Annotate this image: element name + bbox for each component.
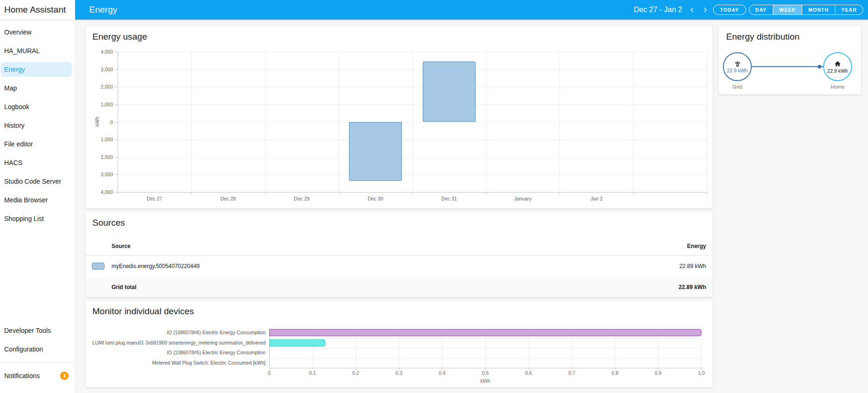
main-content: Energy usage kWh 4,0003,0002,0001,00001,… <box>75 20 868 393</box>
home-energy-value: 22.9 kWh <box>827 68 848 74</box>
top-app-bar: Energy Dec 27 - Jan 2 TODAY DAYWEEKMONTH… <box>75 0 868 20</box>
sidebar-item-file-editor[interactable]: File editor <box>0 135 75 153</box>
sidebar-item-map[interactable]: Map <box>0 79 75 97</box>
sidebar-nav: OverviewHA_MURALEnergyMapLogbookHistoryF… <box>0 23 75 228</box>
energy-distribution-card: Energy distribution 22.9 kWh Grid 22.9 k… <box>719 26 861 95</box>
sidebar-item-overview[interactable]: Overview <box>0 23 75 41</box>
period-button-year[interactable]: YEAR <box>835 5 863 14</box>
source-color-swatch <box>92 263 105 270</box>
energy-usage-title: Energy usage <box>86 26 713 42</box>
devices-title: Monitor individual devices <box>86 301 713 317</box>
devices-x-tick-label: 0.2 <box>352 370 359 376</box>
sidebar-item-media-browser[interactable]: Media Browser <box>0 191 75 209</box>
today-button[interactable]: TODAY <box>713 5 746 15</box>
grid-total-value: 22.89 kWh <box>679 284 706 290</box>
device-label-metered-wall-plug-switch-elect: Metered Wall Plug Switch: Electric Consu… <box>86 358 266 368</box>
energy-distribution-title: Energy distribution <box>719 26 861 42</box>
usage-gridline-v <box>339 52 339 192</box>
usage-gridline-v <box>191 52 192 192</box>
devices-x-tick-label: 0.9 <box>655 370 662 376</box>
usage-x-tick-label: Dec 29 <box>294 196 309 201</box>
usage-gridline-v <box>413 52 413 192</box>
energy-column-header: Energy <box>687 239 706 253</box>
devices-card: Monitor individual devices IO (1086078#6… <box>86 301 713 387</box>
period-button-week[interactable]: WEEK <box>773 5 802 14</box>
home-node-label: Home <box>810 84 866 90</box>
devices-x-tick-label: 0.5 <box>482 370 489 376</box>
sidebar-item-hacs[interactable]: HACS <box>0 153 75 172</box>
sidebar-item-configuration[interactable]: Configuration <box>0 340 75 359</box>
energy-usage-chart: 4,0003,0002,0001,00001,0002,0003,0004,00… <box>118 52 707 192</box>
energy-flow-dot <box>818 65 821 69</box>
date-range-label: Dec 27 - Jan 2 <box>634 6 682 14</box>
devices-gridline-v <box>701 328 702 368</box>
grid-node-label: Grid <box>709 84 765 90</box>
sidebar-item-history[interactable]: History <box>0 116 75 135</box>
period-button-group: DAYWEEKMONTHYEAR <box>749 5 863 15</box>
usage-y-tick-label: 4,000 <box>101 49 113 55</box>
usage-gridline-v <box>118 52 118 192</box>
device-bar-1[interactable] <box>269 339 325 346</box>
usage-x-tick-mark <box>707 192 707 194</box>
device-bar-0[interactable] <box>269 329 701 336</box>
usage-x-tick-mark <box>413 192 413 194</box>
prev-period-button[interactable] <box>687 5 697 15</box>
usage-y-tick-label: 1,000 <box>101 137 113 142</box>
devices-x-axis-label: kWh <box>269 378 701 384</box>
sidebar-item-ha-mural[interactable]: HA_MURAL <box>0 41 75 60</box>
devices-x-tick-label: 0.6 <box>525 370 532 376</box>
usage-y-tick-label: 2,000 <box>101 154 113 160</box>
source-energy-value: 22.89 kWh <box>679 263 706 269</box>
usage-y-tick-label: 2,000 <box>101 84 113 90</box>
usage-y-tick-label: 3,000 <box>101 67 113 72</box>
devices-x-tick-label: 0 <box>268 370 271 376</box>
sidebar-item-studio-code-server[interactable]: Studio Code Server <box>0 172 75 191</box>
transmission-tower-icon <box>734 60 741 67</box>
next-period-button[interactable] <box>700 5 710 15</box>
period-button-day[interactable]: DAY <box>749 5 773 14</box>
sidebar-item-shopping-list[interactable]: Shopping List <box>0 209 75 228</box>
sidebar-divider <box>0 362 75 363</box>
devices-gridline-h <box>269 338 701 338</box>
devices-x-tick-label: 0.7 <box>568 370 575 376</box>
grid-energy-value: 22.9 kWh <box>727 68 748 73</box>
grid-total-row: Grid total22.89 kWh <box>86 277 713 296</box>
usage-x-tick-mark <box>633 192 634 194</box>
devices-gridline-h <box>269 328 701 328</box>
usage-x-tick-label: Jan 2 <box>590 196 602 201</box>
devices-x-tick-label: 0.4 <box>439 370 446 376</box>
period-button-month[interactable]: MONTH <box>802 5 835 14</box>
usage-y-tick-label: 0 <box>110 119 113 125</box>
sources-card: Sources Source Energy myEnedis.energy.50… <box>86 212 713 297</box>
usage-bar-dec-30[interactable] <box>349 122 402 181</box>
usage-x-tick-mark <box>486 192 486 194</box>
grid-to-home-flow-line <box>752 66 823 67</box>
energy-usage-card: Energy usage kWh 4,0003,0002,0001,00001,… <box>86 26 713 208</box>
usage-y-tick-label: 4,000 <box>101 189 113 195</box>
usage-bar-dec-31[interactable] <box>423 62 476 122</box>
usage-gridline-v <box>560 52 560 192</box>
sidebar-item-notifications[interactable]: Notifications 3 <box>0 366 75 385</box>
sidebar-item-logbook[interactable]: Logbook <box>0 97 75 116</box>
devices-x-tick-label: 0.8 <box>611 370 618 376</box>
sources-table-header: Source Energy <box>86 239 713 255</box>
app-title: Home Assistant <box>0 0 75 20</box>
usage-y-tick-label: 1,000 <box>101 102 113 107</box>
usage-gridline-v <box>486 52 486 192</box>
usage-x-tick-label: Dec 27 <box>147 196 162 201</box>
sidebar-item-developer-tools[interactable]: Developer Tools <box>0 321 75 340</box>
device-label-io-1086078-5-electric-energy-c: IO (1086078#5) Electric Energy Consumpti… <box>86 348 266 358</box>
usage-x-tick-mark <box>118 192 118 194</box>
grid-node[interactable]: 22.9 kWh <box>723 52 752 81</box>
devices-chart: 00.10.20.30.40.50.60.70.80.91.0 <box>269 328 701 368</box>
usage-x-tick-mark <box>339 192 339 194</box>
page-title: Energy <box>89 5 117 15</box>
home-node[interactable]: 22.9 kWh <box>823 52 852 81</box>
source-row[interactable]: myEnedis.energy.5005407022044922.89 kWh <box>86 255 713 278</box>
home-icon <box>834 60 841 68</box>
usage-x-tick-label: Dec 31 <box>441 196 457 201</box>
usage-y-tick-label: 3,000 <box>101 172 113 177</box>
sidebar-item-energy[interactable]: Energy <box>0 60 75 79</box>
grid-total-label: Grid total <box>112 284 136 290</box>
usage-gridline-v <box>707 52 707 192</box>
